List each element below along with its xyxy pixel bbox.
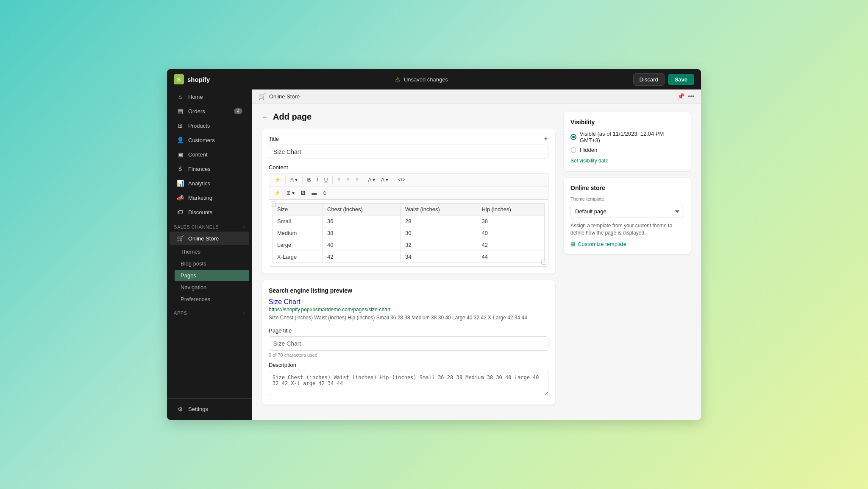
toolbar-align-center-btn[interactable]: ≡	[344, 175, 352, 184]
toolbar-align-left-btn[interactable]: ≡	[335, 175, 343, 184]
seo-desc-preview: Size Chest (inches) Waist (inches) Hip (…	[269, 314, 548, 321]
save-button[interactable]: Save	[668, 74, 694, 85]
cell-hip-xlarge: 44	[477, 251, 545, 263]
toolbar-indent-btn[interactable]: A ▾	[365, 175, 378, 184]
radio-hidden-circle	[570, 147, 576, 153]
sales-channels-expand-icon[interactable]: ›	[243, 224, 245, 229]
sidebar-label-settings: Settings	[188, 406, 208, 412]
sidebar-item-blog-posts[interactable]: Blog posts	[175, 258, 249, 269]
toolbar-align-right-btn[interactable]: ≡	[353, 175, 361, 184]
toolbar-source-btn[interactable]: </>	[395, 175, 408, 184]
sidebar-item-themes[interactable]: Themes	[175, 246, 249, 257]
discard-button[interactable]: Discard	[633, 73, 665, 86]
sidebar-item-navigation[interactable]: Navigation	[175, 282, 249, 293]
customize-label: Customize template	[578, 241, 626, 247]
sidebar-item-settings[interactable]: ⚙ Settings	[170, 402, 249, 416]
toolbar-format-btn2[interactable]: ⚡	[272, 188, 283, 198]
sidebar-item-customers[interactable]: 👤 Customers	[170, 133, 249, 147]
toolbar-divider-2	[302, 176, 303, 184]
toolbar-italic-btn[interactable]: I	[314, 175, 320, 184]
toolbar-divider-5	[393, 176, 393, 184]
seo-section-heading: Search engine listing preview	[269, 287, 548, 294]
cell-waist-small: 28	[401, 215, 477, 227]
page-title: Add page	[273, 112, 312, 122]
title-input[interactable]	[269, 145, 548, 159]
toolbar-image-btn[interactable]: 🖼	[298, 188, 308, 198]
cell-size-small: Small	[273, 215, 323, 227]
sidebar-item-orders[interactable]: ▤ Orders 4	[170, 104, 249, 118]
sidebar-label-navigation: Navigation	[181, 284, 206, 291]
visibility-heading: Visibility	[570, 119, 684, 126]
editor-card: Title ✦ Content ⚡ A ▾ B	[262, 129, 555, 274]
table-header-size: Size	[273, 204, 323, 215]
toolbar-format-icon[interactable]: ⚡	[272, 175, 283, 184]
more-icon[interactable]: •••	[688, 93, 694, 100]
apps-label: Apps	[174, 310, 187, 316]
page-title-label: Page title	[269, 327, 548, 334]
toolbar-embed-btn[interactable]: ⊙	[320, 188, 329, 198]
sidebar-item-pages[interactable]: Pages	[175, 270, 249, 281]
cell-waist-large: 32	[401, 239, 477, 251]
customize-template-link[interactable]: ▤ Customize template	[570, 241, 684, 247]
main-layout: ⌂ Home ▤ Orders 4 ⊞ Products 👤 Customers…	[167, 89, 701, 420]
sidebar-item-home[interactable]: ⌂ Home	[170, 90, 249, 103]
top-bar: S shopify ⚠ Unsaved changes Discard Save	[167, 69, 701, 89]
ai-sparkle-icon[interactable]: ✦	[543, 135, 548, 142]
radio-visible[interactable]: Visible (as of 11/1/2023, 12:04 PM GMT+3…	[570, 131, 684, 143]
online-store-icon: 🛒	[176, 235, 184, 242]
settings-icon: ⚙	[176, 406, 184, 413]
toolbar-divider-4	[363, 176, 363, 184]
toolbar-color-btn[interactable]: A ▾	[378, 175, 391, 184]
sidebar-item-discounts[interactable]: 🏷 Discounts	[170, 205, 249, 219]
toolbar-bold-btn[interactable]: B	[305, 175, 314, 184]
sidebar-item-analytics[interactable]: 📊 Analytics	[170, 176, 249, 190]
analytics-icon: 📊	[176, 180, 184, 187]
description-label: Description	[269, 362, 548, 368]
cell-hip-large: 42	[477, 239, 545, 251]
toolbar-font-size-btn[interactable]: A ▾	[288, 175, 300, 184]
home-icon: ⌂	[176, 93, 184, 100]
finances-icon: $	[176, 165, 184, 172]
pin-icon[interactable]: 📌	[677, 93, 684, 100]
editor-content[interactable]: Size Chest (inches) Waist (inches) Hip (…	[269, 200, 548, 267]
sidebar-item-preferences[interactable]: Preferences	[175, 293, 249, 305]
apps-expand-icon[interactable]: ›	[243, 310, 245, 316]
sales-channels-section: Sales channels ›	[167, 219, 252, 231]
radio-hidden[interactable]: Hidden	[570, 147, 684, 153]
shopify-logo-icon: S	[174, 74, 184, 84]
cell-size-medium: Medium	[273, 227, 323, 239]
set-visibility-link[interactable]: Set visibility date	[570, 158, 608, 164]
theme-template-select[interactable]: Default page	[570, 205, 684, 218]
warning-icon: ⚠	[395, 76, 401, 83]
content-icon: ▣	[176, 151, 184, 158]
sidebar-item-marketing[interactable]: 📣 Marketing	[170, 191, 249, 204]
sidebar-item-online-store[interactable]: 🛒 Online Store	[170, 232, 249, 245]
store-icon: 🛒	[259, 93, 266, 100]
char-count: 0 of 70 characters used	[269, 352, 548, 358]
cell-chest-xlarge: 42	[323, 251, 401, 263]
seo-description-textarea[interactable]: Size Chest (inches) Waist (inches) Hip (…	[269, 371, 548, 396]
cell-size-large: Large	[273, 239, 323, 251]
sidebar-label-online-store: Online Store	[188, 235, 219, 242]
sidebar: ⌂ Home ▤ Orders 4 ⊞ Products 👤 Customers…	[167, 89, 252, 420]
toolbar-underline-btn[interactable]: U	[322, 175, 331, 184]
apps-section: Apps ›	[167, 305, 252, 317]
online-store-heading: Online store	[570, 184, 684, 191]
toolbar-video-btn[interactable]: ▬	[309, 188, 319, 198]
sidebar-label-products: Products	[188, 123, 210, 129]
sidebar-label-customers: Customers	[188, 137, 215, 143]
title-label-text: Title	[269, 136, 279, 142]
cell-hip-small: 38	[477, 215, 545, 227]
back-arrow-icon[interactable]: ←	[262, 113, 269, 121]
sidebar-label-content: Content	[188, 151, 208, 158]
cell-chest-small: 36	[323, 215, 401, 227]
sidebar-item-content[interactable]: ▣ Content	[170, 148, 249, 161]
sidebar-item-finances[interactable]: $ Finances	[170, 162, 249, 176]
app-window: S shopify ⚠ Unsaved changes Discard Save…	[167, 69, 701, 420]
table-header-chest: Chest (inches)	[323, 204, 401, 215]
sidebar-item-products[interactable]: ⊞ Products	[170, 119, 249, 132]
seo-page-title-input[interactable]	[269, 336, 548, 351]
table-header-row: Size Chest (inches) Waist (inches) Hip (…	[273, 204, 545, 215]
sidebar-label-home: Home	[188, 94, 203, 100]
toolbar-table-btn[interactable]: ⊞ ▾	[284, 188, 297, 198]
